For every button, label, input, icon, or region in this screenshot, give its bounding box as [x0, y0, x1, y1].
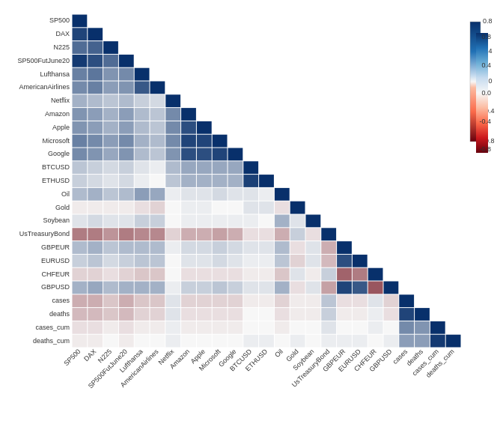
chart-container: 0.8 0.4 0.0 -0.4 -0.8: [4, 3, 499, 445]
legend-labels: 0.8 0.4 0.0 -0.4 -0.8: [472, 33, 493, 153]
legend-label-max: 0.8: [472, 33, 493, 40]
heatmap-canvas: [4, 3, 499, 445]
legend-label-mid-pos: 0.4: [472, 61, 493, 69]
legend: 0.8 0.4 0.0 -0.4 -0.8: [472, 33, 493, 183]
legend-label-mid-neg: -0.4: [472, 118, 493, 125]
legend-label-zero: 0.0: [472, 89, 493, 97]
legend-label-min: -0.8: [472, 145, 493, 153]
